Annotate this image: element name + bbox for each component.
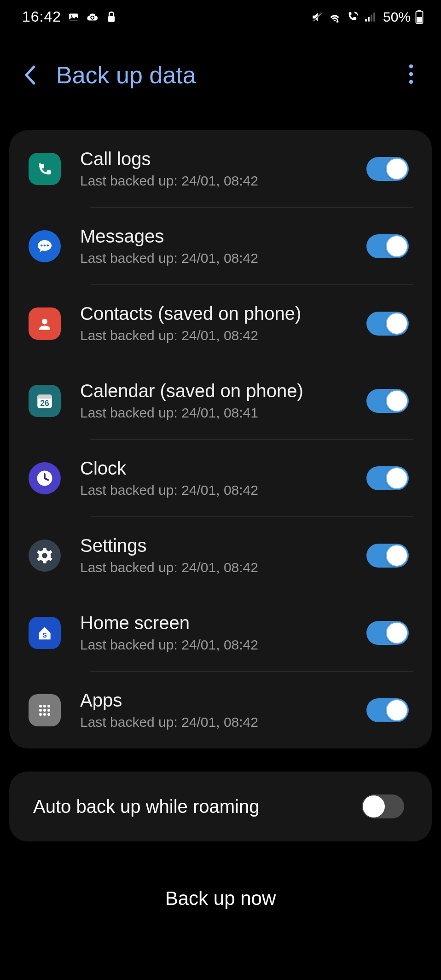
svg-point-14 xyxy=(409,72,413,76)
item-title: Calendar (saved on phone) xyxy=(80,381,366,401)
item-title: Contacts (saved on phone) xyxy=(80,303,366,324)
backup-item-messages[interactable]: Messages Last backed up: 24/01, 08:42 xyxy=(9,208,432,284)
backup-item-clock[interactable]: Clock Last backed up: 24/01, 08:42 xyxy=(9,440,432,516)
svg-point-29 xyxy=(43,705,46,707)
toggle-calendar[interactable] xyxy=(366,389,409,413)
backup-item-home-screen[interactable]: S Home screen Last backed up: 24/01, 08:… xyxy=(9,594,432,671)
item-subtitle: Last backed up: 24/01, 08:42 xyxy=(80,637,366,653)
svg-point-13 xyxy=(409,64,413,68)
svg-text:26: 26 xyxy=(40,398,49,407)
svg-point-31 xyxy=(39,709,42,712)
messages-icon xyxy=(29,230,61,262)
svg-rect-9 xyxy=(373,12,375,21)
toggle-home-screen[interactable] xyxy=(366,621,409,645)
phone-icon xyxy=(29,153,61,185)
svg-point-19 xyxy=(47,244,49,246)
item-subtitle: Last backed up: 24/01, 08:41 xyxy=(80,405,366,421)
svg-point-35 xyxy=(43,713,46,716)
cloud-icon xyxy=(86,11,100,23)
item-title: Call logs xyxy=(80,149,366,169)
battery-percent: 50% xyxy=(383,9,411,25)
calendar-icon: 26 xyxy=(29,385,61,417)
item-title: Home screen xyxy=(80,613,366,633)
item-title: Messages xyxy=(80,226,366,247)
item-subtitle: Last backed up: 24/01, 08:42 xyxy=(80,250,366,266)
item-title: Settings xyxy=(80,535,366,556)
home-icon: S xyxy=(29,617,61,649)
backup-item-settings[interactable]: Settings Last backed up: 24/01, 08:42 xyxy=(9,517,432,594)
signal-icon xyxy=(365,12,376,22)
toggle-roaming[interactable] xyxy=(362,794,404,818)
item-title: Clock xyxy=(80,458,366,479)
status-bar: 16:42 50% xyxy=(0,0,441,34)
toggle-call-logs[interactable] xyxy=(366,157,409,181)
svg-point-15 xyxy=(409,80,413,84)
svg-point-18 xyxy=(44,244,46,246)
picture-icon xyxy=(68,11,80,23)
svg-point-26 xyxy=(42,553,47,558)
item-subtitle: Last backed up: 24/01, 08:42 xyxy=(80,482,366,498)
clock-icon xyxy=(29,462,61,494)
svg-point-33 xyxy=(47,709,50,712)
backup-items-card: Call logs Last backed up: 24/01, 08:42 M… xyxy=(9,130,432,748)
svg-text:S: S xyxy=(42,631,47,638)
item-title: Apps xyxy=(80,690,366,711)
svg-point-32 xyxy=(43,709,46,712)
toggle-contacts[interactable] xyxy=(366,312,409,336)
toggle-settings[interactable] xyxy=(366,544,409,568)
svg-rect-12 xyxy=(417,17,422,23)
status-time: 16:42 xyxy=(22,8,61,25)
svg-point-20 xyxy=(42,319,47,324)
back-up-now-button[interactable]: Back up now xyxy=(0,841,441,910)
svg-rect-6 xyxy=(365,19,367,21)
backup-item-contacts[interactable]: Contacts (saved on phone) Last backed up… xyxy=(9,285,432,362)
contacts-icon xyxy=(29,307,61,340)
backup-item-call-logs[interactable]: Call logs Last backed up: 24/01, 08:42 xyxy=(9,130,432,207)
roaming-card[interactable]: Auto back up while roaming xyxy=(9,771,432,841)
item-subtitle: Last backed up: 24/01, 08:42 xyxy=(80,328,366,343)
settings-icon xyxy=(29,539,61,572)
toggle-clock[interactable] xyxy=(366,466,409,490)
svg-rect-8 xyxy=(371,15,372,21)
svg-rect-3 xyxy=(108,16,115,22)
item-subtitle: Last backed up: 24/01, 08:42 xyxy=(80,560,366,575)
svg-point-17 xyxy=(41,244,42,246)
item-subtitle: Last backed up: 24/01, 08:42 xyxy=(80,173,366,189)
svg-point-30 xyxy=(47,705,50,707)
toggle-apps[interactable] xyxy=(366,698,409,722)
back-button[interactable] xyxy=(23,64,38,86)
battery-icon xyxy=(415,10,424,24)
page-header: Back up data xyxy=(0,34,441,130)
svg-point-36 xyxy=(47,713,50,716)
roaming-title: Auto back up while roaming xyxy=(33,796,362,817)
toggle-messages[interactable] xyxy=(366,234,409,258)
backup-item-apps[interactable]: Apps Last backed up: 24/01, 08:42 xyxy=(9,672,432,748)
svg-point-34 xyxy=(39,713,42,716)
item-subtitle: Last backed up: 24/01, 08:42 xyxy=(80,714,366,730)
lock-icon xyxy=(106,11,116,23)
svg-point-1 xyxy=(71,15,72,17)
apps-icon xyxy=(29,694,61,726)
svg-point-28 xyxy=(39,705,42,707)
more-options-button[interactable] xyxy=(409,64,423,86)
mute-icon xyxy=(311,11,323,23)
wifi-icon xyxy=(328,12,342,23)
backup-item-calendar[interactable]: 26 Calendar (saved on phone) Last backed… xyxy=(9,362,432,439)
page-title: Back up data xyxy=(56,61,409,89)
call-wifi-icon xyxy=(346,11,360,23)
svg-rect-7 xyxy=(368,17,370,22)
